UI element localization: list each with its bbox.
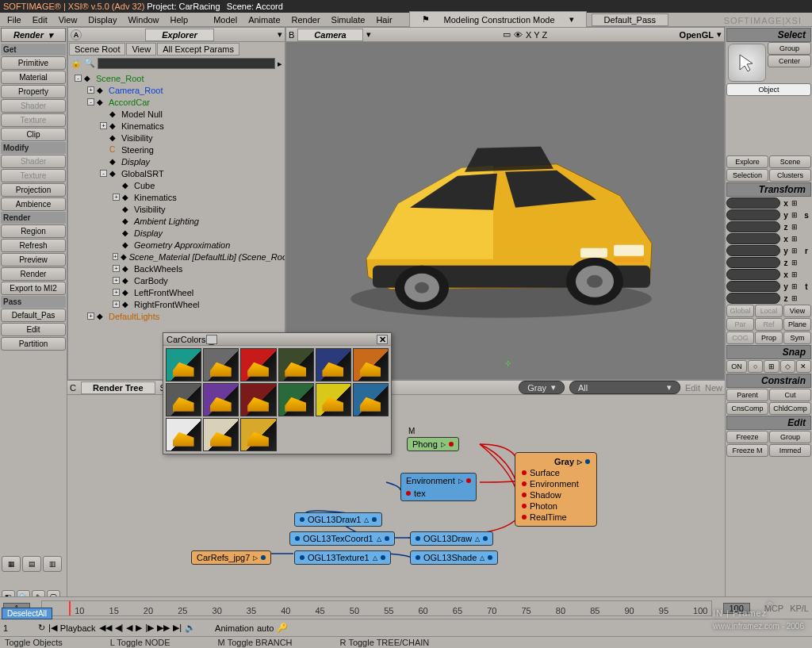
color-swatch[interactable]: [203, 383, 239, 416]
tree-node[interactable]: ◆Model Null: [70, 108, 283, 120]
menu-model[interactable]: Model: [208, 13, 243, 26]
filter-dropdown[interactable]: All▾: [569, 381, 680, 394]
chevron-down-icon[interactable]: ▾: [366, 29, 371, 40]
toolbar-button[interactable]: Preview: [1, 253, 66, 266]
cog-button[interactable]: COG: [726, 332, 754, 344]
port-icon[interactable]: [522, 493, 527, 497]
node-ogl-shade[interactable]: OGL13Shade△: [410, 550, 498, 565]
loop-icon[interactable]: ↻: [38, 623, 45, 633]
port-icon[interactable]: [295, 536, 300, 541]
close-icon[interactable]: ✕: [377, 335, 388, 344]
toolbar-button[interactable]: Refresh: [1, 239, 66, 252]
lock-icon[interactable]: 🔒: [71, 58, 82, 69]
output-port-icon[interactable]: ▷: [458, 477, 463, 485]
chevron-down-icon[interactable]: ▾: [278, 29, 282, 40]
par-button[interactable]: Par: [726, 318, 754, 331]
chevron-right-icon[interactable]: ▸: [278, 59, 282, 69]
output-port-icon[interactable]: △: [480, 554, 485, 562]
render-api[interactable]: OpenGL: [680, 30, 714, 40]
tree-node[interactable]: ◆Geometry Approximation: [70, 239, 283, 251]
axis-label[interactable]: x: [781, 235, 791, 243]
link-icon[interactable]: ⊞: [791, 259, 801, 266]
srt-label[interactable]: r: [802, 247, 811, 255]
cursor-icon[interactable]: [728, 44, 766, 82]
port-icon[interactable]: [261, 555, 266, 560]
goto-start-icon[interactable]: |◀: [48, 623, 57, 633]
color-swatch[interactable]: [240, 418, 276, 451]
carcolors-palette[interactable]: CarColors_✕: [163, 332, 392, 454]
vp-tool-icon[interactable]: ▭: [503, 29, 511, 40]
link-icon[interactable]: ⊞: [791, 223, 801, 231]
snap-opt-1[interactable]: ○: [748, 360, 763, 373]
object-button[interactable]: Object: [726, 83, 811, 96]
global-button[interactable]: Global: [726, 305, 754, 317]
prev-key-icon[interactable]: ◀◀: [99, 623, 112, 633]
color-swatch[interactable]: [278, 348, 314, 382]
toolbar-button[interactable]: Projection: [1, 183, 66, 197]
freeze-button[interactable]: Freeze: [726, 431, 768, 443]
audio-icon[interactable]: 🔊: [185, 623, 196, 633]
menu-help[interactable]: Help: [165, 13, 194, 26]
tree-node[interactable]: +◆BackWheels: [70, 263, 283, 274]
toolbar-button[interactable]: Partition: [1, 337, 66, 351]
minimize-icon[interactable]: _: [206, 335, 217, 344]
tree-node[interactable]: +◆Scene_Material [DefaultLib] (Scene_Roo…: [70, 251, 283, 263]
port-icon[interactable]: [416, 536, 420, 541]
node-gray-material[interactable]: Gray▷ Surface Environment Shadow Photon …: [515, 452, 597, 527]
ref-button[interactable]: Ref: [755, 318, 783, 331]
color-swatch[interactable]: [316, 383, 351, 416]
tree-node[interactable]: +◆CarBody: [70, 274, 283, 286]
output-port-icon[interactable]: △: [373, 554, 377, 562]
toolbar-button[interactable]: Material: [1, 71, 66, 84]
explore-button[interactable]: Explore: [726, 155, 768, 168]
tree-toggle-icon[interactable]: +: [113, 194, 120, 201]
tool-icon-2[interactable]: ▤: [22, 556, 41, 572]
tree-node[interactable]: +◆LeftFrontWheel: [70, 286, 283, 298]
tab-scene-root[interactable]: Scene Root: [69, 43, 125, 56]
color-swatch[interactable]: [203, 418, 239, 451]
transform-field[interactable]: [726, 233, 780, 244]
output-port-icon[interactable]: ▷: [577, 458, 582, 466]
sym-button[interactable]: Sym: [783, 332, 811, 344]
pass-dropdown[interactable]: Default_Pass: [592, 13, 668, 26]
link-icon[interactable]: ⊞: [791, 235, 801, 243]
chldcomp-button[interactable]: ChldComp: [769, 402, 811, 415]
output-port-icon[interactable]: △: [377, 535, 381, 543]
link-icon[interactable]: ⊞: [791, 199, 801, 207]
play-back-icon[interactable]: ◀: [126, 623, 132, 633]
toolbar-button[interactable]: Clip: [1, 128, 66, 141]
tree-toggle-icon[interactable]: -: [75, 75, 82, 82]
cut-button[interactable]: Cut: [769, 389, 811, 401]
center-button[interactable]: Center: [768, 55, 811, 67]
current-frame[interactable]: 1: [3, 623, 35, 633]
port-icon[interactable]: [381, 555, 385, 560]
output-port-icon[interactable]: △: [475, 535, 480, 543]
color-swatch[interactable]: [278, 383, 314, 416]
transform-field[interactable]: [726, 293, 780, 304]
menu-view[interactable]: View: [53, 13, 83, 26]
deselect-all-button[interactable]: DeselectAll: [2, 608, 52, 619]
play-icon[interactable]: ▶: [136, 623, 142, 633]
color-swatch[interactable]: [166, 418, 201, 451]
link-icon[interactable]: ⊞: [791, 294, 801, 302]
axis-label[interactable]: x: [781, 199, 791, 208]
tree-toggle-icon[interactable]: +: [113, 289, 120, 296]
axis-label[interactable]: z: [781, 294, 791, 303]
prev-frame-icon[interactable]: ◀|: [115, 623, 124, 633]
menu-file[interactable]: File: [2, 13, 27, 26]
node-ogl-texcoord1[interactable]: OGL13TexCoord1△: [289, 531, 395, 546]
tree-toggle-icon[interactable]: +: [100, 122, 107, 129]
transform-field[interactable]: [726, 245, 780, 256]
transform-field[interactable]: [726, 221, 780, 232]
group-button-2[interactable]: Group: [769, 431, 811, 443]
node-environment[interactable]: Environment▷ tex: [400, 473, 477, 501]
edit-button[interactable]: Edit: [685, 383, 700, 393]
color-swatch[interactable]: [240, 383, 276, 416]
module-dropdown[interactable]: Render▾: [1, 28, 66, 42]
explorer-search-input[interactable]: [98, 58, 275, 69]
link-icon[interactable]: ⊞: [791, 211, 801, 219]
vp-eye-icon[interactable]: 👁: [514, 30, 523, 40]
tree-node[interactable]: +◆Kinematics: [70, 120, 283, 132]
tree-node[interactable]: ◆Cube: [70, 179, 283, 191]
selection-button[interactable]: Selection: [726, 169, 768, 182]
